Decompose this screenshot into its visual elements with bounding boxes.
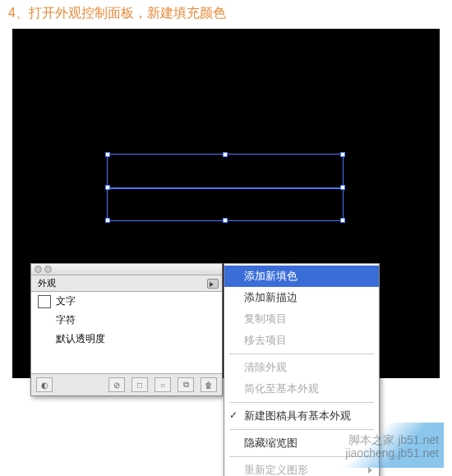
appearance-row-text[interactable]: 文字 xyxy=(31,292,222,311)
traffic-light-icon[interactable] xyxy=(44,266,52,273)
row-label: 默认透明度 xyxy=(56,332,105,346)
handle-top-right[interactable] xyxy=(340,152,345,157)
appearance-row-char[interactable]: 字符 xyxy=(31,311,222,330)
row-label: 字符 xyxy=(56,313,76,327)
panel-tab-label: 外观 xyxy=(38,277,56,289)
panel-body: 文字 字符 默认透明度 xyxy=(31,292,222,374)
appearance-row-opacity[interactable]: 默认透明度 xyxy=(31,330,222,349)
panel-flyout-button[interactable] xyxy=(207,279,219,289)
appearance-panel: 外观 文字 字符 默认透明度 ◐ ⊘ □ ○ ⧉ 🗑 xyxy=(30,263,223,396)
footer-fx-icon[interactable]: ○ xyxy=(155,377,171,392)
footer-stroke-icon[interactable]: □ xyxy=(131,377,148,392)
handle-top-center[interactable] xyxy=(223,152,228,157)
watermark: 脚本之家 jb51.net jiaocheng.jb51.net xyxy=(316,418,444,468)
menu-reduce: 简化至基本外观 xyxy=(224,378,379,400)
selection-inner xyxy=(108,187,343,189)
menu-separator xyxy=(229,402,374,403)
traffic-light-icon[interactable] xyxy=(35,266,42,273)
handle-bottom-center[interactable] xyxy=(223,218,228,223)
fill-swatch-icon[interactable] xyxy=(38,295,51,308)
watermark-text: 脚本之家 jb51.net jiaocheng.jb51.net xyxy=(345,433,439,460)
menu-duplicate: 复制项目 xyxy=(224,308,379,330)
step-heading: 4、打开外观控制面板，新建填充颜色 xyxy=(0,0,452,29)
panel-footer: ◐ ⊘ □ ○ ⧉ 🗑 xyxy=(31,374,222,395)
handle-mid-right[interactable] xyxy=(340,185,345,190)
menu-remove: 移去项目 xyxy=(224,330,379,351)
handle-bottom-left[interactable] xyxy=(105,218,110,223)
menu-separator xyxy=(229,354,374,354)
handle-top-left[interactable] xyxy=(105,152,110,157)
menu-add-fill[interactable]: 添加新填色 xyxy=(224,266,379,287)
panel-tab[interactable]: 外观 xyxy=(31,275,222,292)
footer-duplicate-icon[interactable]: ⧉ xyxy=(178,377,194,392)
footer-toggle-icon[interactable]: ◐ xyxy=(36,377,53,392)
handle-mid-left[interactable] xyxy=(105,185,110,190)
handle-bottom-right[interactable] xyxy=(340,218,345,223)
selection-box[interactable] xyxy=(107,154,344,221)
panel-titlebar[interactable] xyxy=(31,264,222,275)
row-label: 文字 xyxy=(56,294,76,308)
footer-no-icon[interactable]: ⊘ xyxy=(108,377,125,392)
check-icon: ✓ xyxy=(229,409,238,421)
footer-trash-icon[interactable]: 🗑 xyxy=(201,377,217,392)
menu-add-stroke[interactable]: 添加新描边 xyxy=(224,287,379,308)
menu-clear: 清除外观 xyxy=(224,357,379,378)
